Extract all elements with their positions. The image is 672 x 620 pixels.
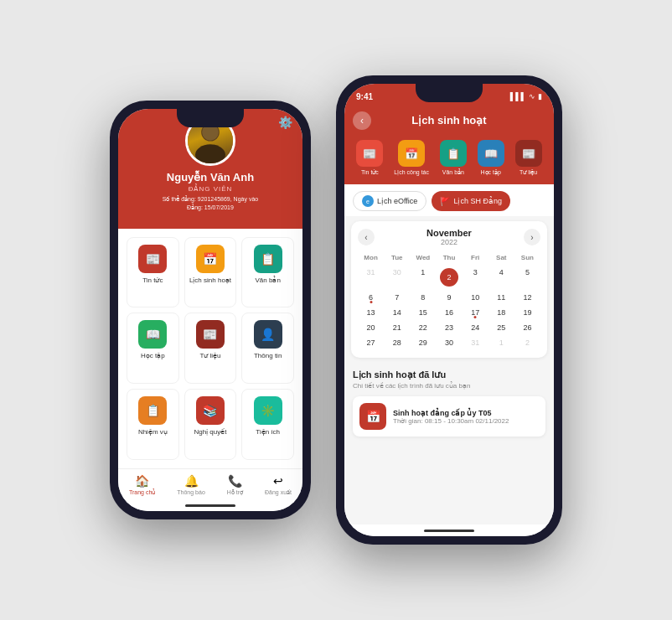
grid-label: Nhiệm vụ [138, 428, 168, 436]
utility-icon: ✳️ [254, 396, 282, 425]
task-icon: 📋 [138, 396, 167, 425]
cal-day[interactable]: 12 [514, 291, 540, 304]
cal-day[interactable]: 1 [488, 336, 514, 349]
back-button[interactable]: ‹ [353, 111, 371, 130]
calendar-month: November [426, 228, 472, 238]
resolution-icon: 📚 [196, 396, 225, 425]
cal-day[interactable]: 31 [463, 336, 488, 349]
grid-item-tin-tuc[interactable]: 📰 Tin tức [127, 237, 179, 308]
calendar-week-2: 6 7 8 9 10 11 12 [358, 291, 540, 304]
tab-eoffice[interactable]: e Lịch eOffice [353, 191, 426, 211]
cal-day[interactable]: 18 [488, 306, 514, 319]
wifi-icon: ∿ [529, 92, 535, 101]
cal-day[interactable]: 30 [436, 336, 462, 349]
grid-label: Tiện ích [256, 428, 280, 436]
cal-day[interactable]: 20 [358, 321, 384, 334]
bell-icon: 🔔 [184, 474, 199, 488]
cal-day[interactable]: 8 [410, 291, 436, 304]
nav-thong-bao[interactable]: 🔔 Thông báo [177, 474, 204, 496]
prev-month-button[interactable]: ‹ [358, 229, 375, 245]
cal-day[interactable]: 31 [358, 266, 384, 289]
cal-day[interactable]: 13 [358, 306, 384, 319]
calendar-year: 2022 [426, 238, 472, 246]
event-details: Sinh hoạt đảng cấp ủy T05 Thời gian: 08:… [393, 409, 509, 425]
grid-item-nghi-quyet[interactable]: 📚 Nghị quyết [184, 389, 237, 460]
calendar-header: ‹ November 2022 › [358, 228, 540, 246]
cal-day[interactable]: 17 [463, 306, 488, 319]
grid-label: Nghị quyết [194, 428, 226, 436]
event-card[interactable]: 📅 Sinh hoạt đảng cấp ủy T05 Thời gian: 0… [353, 396, 545, 437]
study-icon: 📖 [478, 140, 504, 167]
nav-trang-chu[interactable]: 🏠 Trang chủ [129, 474, 155, 496]
cal-day[interactable]: 29 [410, 336, 436, 349]
top-icon-van-ban[interactable]: 📋 Văn bản [440, 140, 467, 176]
cal-day[interactable]: 14 [384, 306, 410, 319]
home-indicator [118, 499, 302, 511]
cal-day[interactable]: 19 [514, 306, 540, 319]
cal-day[interactable]: 3 [463, 266, 488, 289]
screen-header: ‹ Lịch sinh hoạt [344, 109, 554, 137]
day-header-thu: Thu [436, 251, 462, 264]
cal-day[interactable]: 26 [514, 321, 540, 334]
cal-day[interactable]: 30 [384, 266, 410, 289]
cal-day[interactable]: 23 [436, 321, 462, 334]
cal-day[interactable]: 16 [436, 306, 462, 319]
grid-item-lich-sinh-hoat[interactable]: 📅 Lịch sinh hoạt [184, 237, 237, 308]
day-header-wed: Wed [410, 251, 436, 264]
cal-day[interactable]: 22 [410, 321, 436, 334]
grid-item-tien-ich[interactable]: ✳️ Tiện ích [241, 389, 294, 460]
calendar: ‹ November 2022 › Mon Tue [351, 221, 547, 358]
cal-day[interactable]: 5 [514, 266, 540, 289]
tab-row: e Lịch eOffice 🚩 Lịch SH Đảng [344, 184, 554, 216]
cal-day[interactable]: 1 [410, 266, 436, 289]
eoffice-icon: e [362, 195, 374, 207]
cal-day[interactable]: 27 [358, 336, 384, 349]
icon-label: Tư liệu [520, 169, 537, 176]
document-icon: 📋 [254, 245, 282, 273]
next-month-button[interactable]: › [524, 229, 540, 245]
cal-day[interactable]: 6 [358, 291, 384, 304]
top-icon-hoc-tap[interactable]: 📖 Học tập [478, 140, 504, 176]
tab-sh-dang[interactable]: 🚩 Lịch SH Đảng [432, 191, 510, 211]
cal-day[interactable]: 11 [488, 291, 514, 304]
cal-day[interactable]: 25 [488, 321, 514, 334]
top-icon-tin-tuc[interactable]: 📰 Tin tức [356, 140, 383, 176]
archive-icon: 📰 [515, 140, 542, 167]
nav-dang-xuat[interactable]: ↩ Đăng xuất [265, 474, 292, 496]
archive-icon: 📰 [196, 320, 225, 349]
news-icon: 📰 [138, 245, 167, 273]
grid-item-van-ban[interactable]: 📋 Văn bản [241, 237, 294, 308]
grid-item-tu-lieu[interactable]: 📰 Tư liệu [184, 313, 237, 384]
cal-day[interactable]: 10 [463, 291, 488, 304]
nav-label: Hỗ trợ [227, 489, 243, 496]
icon-label: Lịch công tác [394, 169, 429, 176]
icon-label: Tin tức [361, 169, 379, 176]
top-icon-lich-cong-tac[interactable]: 📅 Lịch công tác [394, 140, 429, 176]
cal-day[interactable]: 24 [463, 321, 488, 334]
cal-day[interactable]: 9 [436, 291, 462, 304]
grid-item-hoc-tap[interactable]: 📖 Học tập [127, 313, 179, 384]
cal-day[interactable]: 28 [384, 336, 410, 349]
settings-icon[interactable]: ⚙️ [278, 116, 292, 129]
calendar-grid: Mon Tue Wed Thu Fri Sat Sun 31 [358, 251, 540, 349]
cal-day[interactable]: 4 [488, 266, 514, 289]
cal-day-today[interactable]: 2 [436, 266, 462, 289]
cal-day[interactable]: 2 [514, 336, 540, 349]
cal-day[interactable]: 15 [410, 306, 436, 319]
grid-item-nhiem-vu[interactable]: 📋 Nhiệm vụ [127, 389, 179, 460]
home-indicator-2 [344, 524, 554, 536]
nav-ho-tro[interactable]: 📞 Hỗ trợ [227, 474, 243, 496]
top-icon-tu-lieu[interactable]: 📰 Tư liệu [515, 140, 542, 176]
grid-label: Thông tin [254, 352, 282, 359]
calendar-icon: 📅 [196, 245, 225, 273]
cal-day[interactable]: 7 [384, 291, 410, 304]
calendar-week-5: 27 28 29 30 31 1 2 [358, 336, 540, 349]
calendar-week-4: 20 21 22 23 24 25 26 [358, 321, 540, 334]
doc-icon: 📋 [440, 140, 467, 167]
grid-item-thong-tin[interactable]: 👤 Thông tin [241, 313, 294, 384]
grid-label: Tư liệu [199, 352, 220, 359]
notch-2 [416, 84, 483, 102]
events-section: Lịch sinh hoạt đã lưu Chi tiết về các lị… [344, 363, 554, 443]
today-marker: 2 [440, 268, 458, 287]
cal-day[interactable]: 21 [384, 321, 410, 334]
